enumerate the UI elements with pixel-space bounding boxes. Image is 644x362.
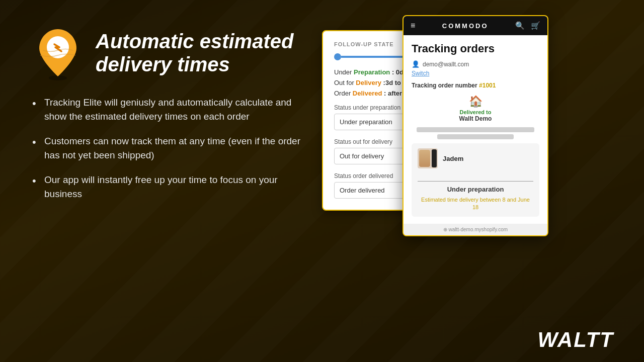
front-nav: ≡ COMMODO 🔍 🛒 xyxy=(404,16,547,35)
progress-dot-start xyxy=(334,53,341,60)
under-preparation-status: Under preparation xyxy=(418,186,533,193)
delivered-to-section: 🏠 Delivered to Wallt Demo xyxy=(412,95,539,122)
left-section: Automatic estimated delivery times Track… xyxy=(30,20,312,212)
timing-highlight-delivery: Delivery xyxy=(356,79,381,86)
address-line-1-blurred xyxy=(417,127,534,132)
header-row: Automatic estimated delivery times xyxy=(30,25,312,80)
home-icon: 🏠 xyxy=(412,95,539,108)
bullet-item-1: Tracking Elite will geniusly and automat… xyxy=(30,96,312,123)
headline-text: Automatic estimated delivery times xyxy=(96,30,293,76)
user-icon: 👤 xyxy=(412,60,420,68)
nav-icons: 🔍 🛒 xyxy=(515,21,540,30)
delivered-name: Wallt Demo xyxy=(412,115,539,122)
tracking-order-card: ≡ COMMODO 🔍 🛒 Tracking orders 👤 demo@wal… xyxy=(403,15,548,236)
delivered-to-label: Delivered to xyxy=(412,109,539,115)
product-input-line xyxy=(418,172,533,182)
cart-icon[interactable]: 🛒 xyxy=(531,21,540,30)
tracking-title: Tracking orders xyxy=(412,42,539,55)
progress-line-blue xyxy=(341,56,409,58)
bullet-item-3: Our app will instantly free up your time… xyxy=(30,173,312,201)
tracking-card-body: Tracking orders 👤 demo@wallt.com Switch … xyxy=(404,35,547,224)
bullet-list: Tracking Elite will geniusly and automat… xyxy=(30,96,312,201)
hamburger-icon[interactable]: ≡ xyxy=(411,21,415,30)
timing-highlight-preparation: Preparation xyxy=(354,68,390,76)
product-row: Jadem xyxy=(418,148,533,168)
order-number-row: Tracking order number #1001 xyxy=(412,82,539,89)
right-section: FOLLOW-UP STATE Under Preparation : 0d t… xyxy=(322,15,614,337)
app-logo-icon xyxy=(30,25,86,80)
page-container: Automatic estimated delivery times Track… xyxy=(0,0,644,362)
bottle-icon xyxy=(432,149,437,167)
search-icon[interactable]: 🔍 xyxy=(515,21,525,30)
product-name: Jadem xyxy=(443,155,463,162)
switch-link[interactable]: Switch xyxy=(412,70,539,77)
timing-highlight-delivered: Delivered xyxy=(353,89,382,97)
headline: Automatic estimated delivery times xyxy=(96,30,293,76)
product-thumbnail xyxy=(418,148,438,168)
nav-logo: COMMODO xyxy=(442,22,489,30)
user-email: demo@wallt.com xyxy=(423,61,469,68)
order-number: #1001 xyxy=(479,82,496,89)
address-line-2-blurred xyxy=(437,134,514,139)
product-card: Jadem Under preparation Estimated time d… xyxy=(412,143,539,217)
estimated-time-label: Estimated time delivery between 8 and Ju… xyxy=(418,196,533,212)
front-card-footer: ⊕ waltt-demo.myshopify.com xyxy=(404,224,547,235)
bullet-item-2: Customers can now track them at any time… xyxy=(30,134,312,162)
user-row: 👤 demo@wallt.com xyxy=(412,60,539,68)
